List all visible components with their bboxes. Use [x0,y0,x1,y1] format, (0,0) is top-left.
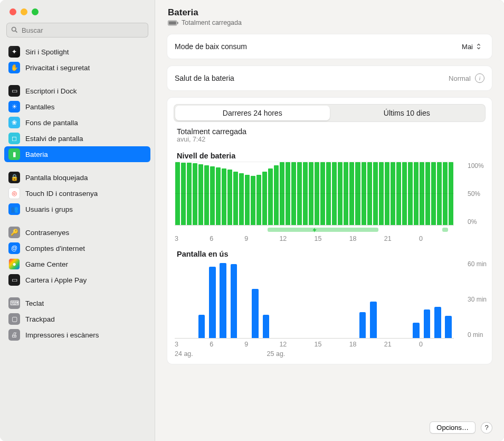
sidebar-item-passwords[interactable]: 🔑Contrasenyes [4,224,150,240]
sidebar-item-printers[interactable]: 🖨Impressores i escàners [4,327,150,343]
battery-bar [396,162,401,225]
sidebar-item-label: Escriptori i Dock [25,87,77,95]
sidebar-item-internet[interactable]: @Comptes d'internet [4,240,150,256]
sidebar-item-label: Impressores i escàners [25,331,99,339]
footer: Opcions… ? [155,420,504,441]
wallet-icon: ▭ [8,274,20,286]
x-axis-dates: 24 ag. 25 ag. [175,350,454,358]
screenon-bar [198,315,205,338]
y-label: 60 min [468,260,492,268]
battery-bar [297,162,302,225]
screenon-bar [252,289,259,338]
battery-bar [385,162,389,225]
lockscreen-icon: 🔒 [8,172,20,183]
chevron-updown-icon [475,42,482,51]
battery-bar [315,162,319,225]
battery-status-icon [168,20,178,26]
sidebar-item-label: Pantalles [25,103,55,111]
sidebar-item-label: Game Center [25,260,68,268]
sidebar-item-label: Teclat [25,299,44,307]
options-button[interactable]: Opcions… [430,421,476,434]
svg-rect-3 [169,21,176,25]
sidebar-item-label: Contrasenyes [25,229,69,237]
close-button[interactable] [9,8,16,15]
battery-bar [420,162,424,225]
battery-bar [414,162,419,225]
help-button[interactable]: ? [481,422,492,434]
battery-bar [355,162,360,225]
sidebar-item-users[interactable]: 👥Usuaris i grups [4,201,150,217]
touchid-icon: ◎ [8,187,20,199]
sidebar-item-label: Comptes d'internet [25,245,85,252]
screenon-bar [413,323,420,338]
charging-strip [175,228,454,233]
battery-bar [216,167,221,225]
battery-bar [362,162,366,225]
passwords-icon: 🔑 [8,227,20,238]
screenon-bar [424,309,431,338]
info-icon[interactable]: i [475,73,484,83]
y-label: 0% [468,218,492,226]
screenon-bar [359,312,366,338]
battery-bar [239,173,244,225]
sidebar-item-lockscreen[interactable]: 🔒Pantalla bloquejada [4,170,150,185]
low-power-select[interactable]: Mai [460,41,484,52]
search-icon [11,26,18,34]
battery-bar [181,163,186,225]
x-axis-hours: 369121518210 [175,235,454,242]
charge-status-title: Totalment carregada [177,127,482,136]
svg-rect-4 [177,22,178,24]
battery-bar [233,172,238,225]
sidebar-item-display[interactable]: ☀Pantalles [4,99,150,115]
y-label: 50% [468,190,492,198]
sidebar-item-desktop[interactable]: ▭Escriptori i Dock [4,83,150,99]
battery-bar [349,162,354,225]
sidebar-item-trackpad[interactable]: ▢Trackpad [4,311,150,327]
screen-on-title: Pantalla en ús [167,242,492,260]
battery-bar [332,162,337,225]
battery-bar [245,175,250,225]
battery-bar [175,162,180,225]
desktop-icon: ▭ [8,85,20,97]
sidebar-item-keyboard[interactable]: ⌨Teclat [4,295,150,311]
battery-bar [268,168,273,225]
trackpad-icon: ▢ [8,313,20,325]
window-controls [0,5,155,23]
battery-bar [280,162,284,225]
battery-status-text: Totalment carregada [182,19,242,26]
fullscreen-button[interactable] [32,8,39,15]
tab-24h[interactable]: Darreres 24 hores [175,106,330,120]
gamecenter-icon: ● [8,258,20,270]
sidebar-item-wallet[interactable]: ▭Cartera i Apple Pay [4,272,150,288]
sidebar-item-gamecenter[interactable]: ●Game Center [4,256,150,272]
sidebar-item-privacy[interactable]: ✋Privacitat i seguretat [4,60,150,76]
battery-bar [187,163,192,225]
battery-bar [210,166,215,225]
main-pane: Bateria Totalment carregada Mode de baix… [155,0,504,441]
sidebar-item-touchid[interactable]: ◎Touch ID i contrasenya [4,185,150,201]
y-label: 30 min [468,296,492,303]
battery-bar [193,163,197,225]
battery-bar [198,164,203,225]
low-power-row: Mode de baix consum Mai [167,34,492,59]
sidebar-item-wallpaper[interactable]: ❀Fons de pantalla [4,115,150,130]
tab-10d[interactable]: Últims 10 dies [330,106,484,120]
page-title: Bateria [168,7,491,18]
sidebar-item-battery[interactable]: ▮Bateria [4,146,150,162]
users-icon: 👥 [8,203,20,215]
minimize-button[interactable] [21,8,27,15]
battery-bar [402,162,407,225]
battery-bar [227,170,232,225]
svg-line-1 [15,31,17,32]
battery-bar [425,162,430,225]
battery-bar [338,162,343,225]
sidebar-item-siri[interactable]: ✦Siri i Spotlight [4,44,150,60]
sidebar-item-screensaver[interactable]: ◻Estalvi de pantalla [4,130,150,146]
svg-point-0 [12,27,16,32]
search-input[interactable] [6,23,148,37]
charge-status-time: avui, 7:42 [177,136,482,143]
battery-bar [320,162,325,225]
battery-bar [437,162,442,225]
display-icon: ☀ [8,101,20,112]
battery-bar [309,162,313,225]
